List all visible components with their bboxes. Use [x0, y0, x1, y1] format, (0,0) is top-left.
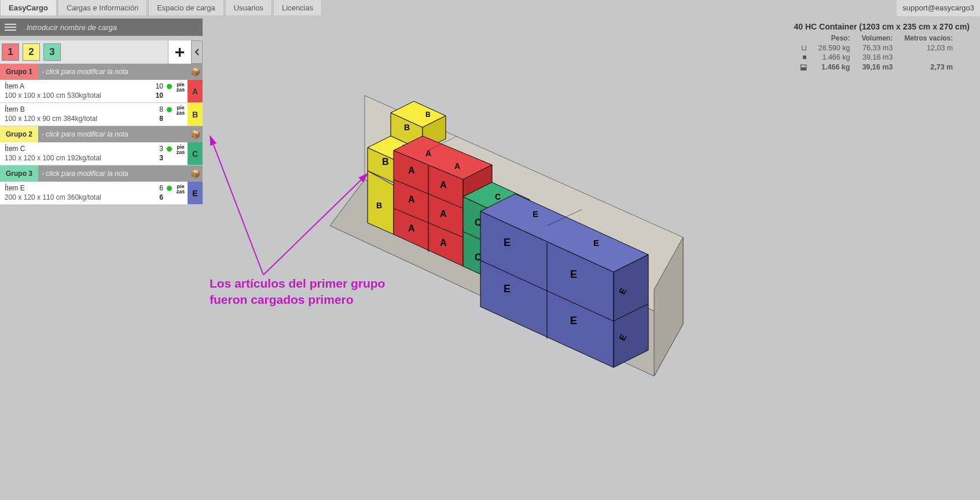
tab-2[interactable]: 2	[23, 43, 40, 61]
status-dot-icon	[167, 146, 172, 152]
group-label: Grupo 2	[0, 126, 38, 142]
item-dims: 130 x 120 x 100 cm 192kg/total	[5, 154, 144, 163]
support-link[interactable]: support@easycargo3	[897, 0, 980, 16]
item-qty: 33	[148, 142, 164, 165]
item-row[interactable]: Ítem E200 x 120 x 110 cm 360kg/total66pi…	[0, 182, 203, 205]
item-dims: 100 x 100 x 100 cm 530kg/total	[5, 91, 144, 101]
svg-text:A: A	[408, 223, 415, 233]
nav-cargas[interactable]: Cargas e Información	[58, 0, 147, 16]
group-note[interactable]: - click para modificar la nota	[38, 130, 188, 138]
header-metros: Metros vacíos:	[898, 34, 959, 43]
item-main: Ítem E200 x 120 x 110 cm 360kg/total	[0, 182, 148, 204]
item-main: Ítem C130 x 120 x 100 cm 192kg/total	[0, 142, 148, 165]
item-row[interactable]: Ítem C130 x 120 x 100 cm 192kg/total33pi…	[0, 142, 203, 166]
status-dot-icon	[167, 107, 172, 112]
svg-text:A: A	[408, 166, 415, 175]
tab-1[interactable]: 1	[2, 43, 19, 61]
svg-text:E: E	[533, 209, 538, 219]
item-dims: 100 x 120 x 90 cm 384kg/total	[5, 115, 144, 124]
chevron-left-icon	[194, 49, 199, 56]
item-qty: 66	[148, 182, 164, 204]
svg-text:A: A	[440, 238, 447, 248]
svg-text:B: B	[425, 111, 431, 119]
item-status	[164, 142, 174, 165]
item-name: Ítem E	[5, 184, 144, 193]
item-color-badge[interactable]: C	[188, 142, 203, 165]
svg-text:E: E	[570, 269, 577, 280]
item-unit: piezas	[174, 182, 188, 204]
group-note[interactable]: - click para modificar la nota	[38, 68, 188, 76]
svg-text:A: A	[454, 161, 460, 171]
item-dims: 200 x 120 x 110 cm 360kg/total	[5, 193, 144, 203]
svg-text:B: B	[376, 201, 382, 210]
logo[interactable]: EasyCargo	[0, 0, 57, 16]
3d-viewport[interactable]: B B B B B A A A A A A A A	[208, 41, 903, 475]
item-row[interactable]: Ítem A100 x 100 x 100 cm 530kg/total1010…	[0, 80, 203, 103]
item-status	[164, 182, 174, 204]
svg-text:E: E	[593, 238, 599, 248]
load-name-row: Introducir nombre de carga	[0, 19, 203, 36]
nav-licencias[interactable]: Licencias	[273, 0, 322, 16]
left-panel: Introducir nombre de carga 1 2 3 + Grupo…	[0, 19, 203, 205]
svg-text:E: E	[504, 283, 511, 295]
group-header-g3[interactable]: Grupo 3- click para modificar la nota📦	[0, 166, 203, 182]
status-dot-icon	[167, 186, 172, 191]
group-note[interactable]: - click para modificar la nota	[38, 170, 188, 178]
item-unit: piezas	[174, 80, 188, 102]
group-label: Grupo 3	[0, 166, 38, 182]
tabs-row: 1 2 3 +	[0, 41, 203, 64]
svg-text:B: B	[404, 123, 410, 132]
add-tab-button[interactable]: +	[168, 41, 191, 64]
group-label: Grupo 1	[0, 64, 38, 80]
top-nav: EasyCargo Cargas e Información Espacio d…	[0, 0, 980, 16]
item-color-badge[interactable]: A	[188, 80, 203, 102]
item-unit: piezas	[174, 142, 188, 165]
nav-espacio[interactable]: Espacio de carga	[148, 0, 223, 16]
item-qty: 88	[148, 103, 164, 126]
svg-text:E: E	[570, 315, 577, 326]
svg-text:C: C	[495, 192, 501, 201]
group-header-g1[interactable]: Grupo 1- click para modificar la nota📦	[0, 64, 203, 80]
collapse-panel-button[interactable]	[191, 41, 203, 64]
item-status	[164, 103, 174, 126]
annotation-text: Los artículos del primer grupo fueron ca…	[210, 275, 385, 308]
status-dot-icon	[167, 84, 172, 89]
menu-icon[interactable]	[0, 19, 21, 36]
svg-text:A: A	[425, 149, 431, 158]
box-icon[interactable]: 📦	[188, 67, 203, 76]
group-header-g2[interactable]: Grupo 2- click para modificar la nota📦	[0, 126, 203, 142]
box-icon[interactable]: 📦	[188, 169, 203, 178]
svg-text:E: E	[504, 237, 511, 248]
svg-marker-44	[614, 255, 648, 367]
nav-usuarios[interactable]: Usuarios	[225, 0, 272, 16]
load-name-input[interactable]: Introducir nombre de carga	[21, 23, 203, 32]
svg-text:B: B	[382, 157, 389, 167]
svg-text:A: A	[440, 209, 447, 219]
svg-text:A: A	[440, 180, 447, 190]
item-name: Ítem C	[5, 145, 144, 154]
item-color-badge[interactable]: E	[188, 182, 203, 204]
item-row[interactable]: Ítem B100 x 120 x 90 cm 384kg/total88pie…	[0, 103, 203, 126]
item-status	[164, 80, 174, 102]
container-title: 40 HC Container (1203 cm x 235 cm x 270 …	[794, 22, 970, 31]
item-name: Ítem B	[5, 105, 144, 115]
box-icon[interactable]: 📦	[188, 130, 203, 139]
svg-text:A: A	[408, 194, 415, 204]
tab-3[interactable]: 3	[43, 43, 61, 61]
item-color-badge[interactable]: B	[188, 103, 203, 126]
item-qty: 1010	[148, 80, 164, 102]
item-name: Ítem A	[5, 82, 144, 91]
item-unit: piezas	[174, 103, 188, 126]
item-main: Ítem B100 x 120 x 90 cm 384kg/total	[0, 103, 148, 126]
item-main: Ítem A100 x 100 x 100 cm 530kg/total	[0, 80, 148, 102]
